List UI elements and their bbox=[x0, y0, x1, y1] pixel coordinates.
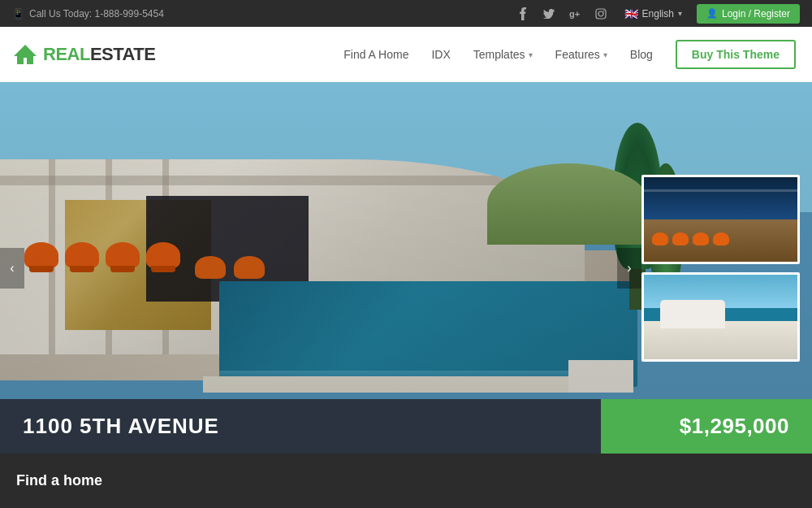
user-icon: 👤 bbox=[706, 8, 718, 19]
nav-templates[interactable]: Templates ▾ bbox=[473, 48, 533, 61]
svg-marker-3 bbox=[14, 45, 37, 64]
nav-find-home[interactable]: Find A Home bbox=[343, 48, 408, 61]
svg-point-1 bbox=[598, 11, 603, 16]
property-name: 1100 5TH AVENUE bbox=[0, 399, 601, 454]
templates-caret-icon: ▾ bbox=[529, 50, 533, 59]
svg-rect-0 bbox=[596, 9, 606, 19]
property-info-bar: 1100 5TH AVENUE $1,295,000 bbox=[0, 399, 812, 454]
slider-next-arrow[interactable]: › bbox=[617, 248, 641, 289]
phone-icon: 📱 bbox=[12, 8, 24, 20]
nav-blog[interactable]: Blog bbox=[630, 48, 653, 61]
language-label: English bbox=[642, 8, 674, 20]
slider-prev-arrow[interactable]: ‹ bbox=[0, 248, 24, 289]
instagram-icon[interactable] bbox=[592, 5, 610, 23]
hero-section: ‹ › bbox=[0, 82, 812, 454]
twitter-icon[interactable] bbox=[540, 5, 558, 23]
top-bar: 📱 Call Us Today: 1-888-999-5454 g+ bbox=[0, 0, 812, 27]
facebook-icon[interactable] bbox=[514, 5, 532, 23]
top-bar-left: 📱 Call Us Today: 1-888-999-5454 bbox=[12, 8, 164, 20]
hero-thumbnails bbox=[641, 175, 800, 362]
find-home-title: Find a home bbox=[16, 472, 102, 489]
buy-theme-button[interactable]: Buy This Theme bbox=[676, 40, 796, 69]
thumbnail-1[interactable] bbox=[641, 175, 800, 264]
googleplus-icon[interactable]: g+ bbox=[566, 5, 584, 23]
nav-idx[interactable]: IDX bbox=[431, 48, 450, 61]
thumbnail-2[interactable] bbox=[641, 272, 800, 362]
language-selector[interactable]: 🇬🇧 English ▾ bbox=[618, 7, 689, 20]
nav-links: Find A Home IDX Templates ▾ Features ▾ B… bbox=[343, 40, 796, 69]
chevron-down-icon: ▾ bbox=[678, 9, 682, 18]
svg-point-2 bbox=[603, 10, 604, 11]
flag-icon: 🇬🇧 bbox=[624, 7, 638, 20]
social-icons: g+ bbox=[514, 5, 610, 23]
phone-text: Call Us Today: 1-888-999-5454 bbox=[29, 8, 164, 20]
top-bar-right: g+ 🇬🇧 English ▾ 👤 Login / Register bbox=[514, 4, 800, 24]
main-nav: REALESTATE Find A Home IDX Templates ▾ F… bbox=[0, 27, 812, 82]
login-register-button[interactable]: 👤 Login / Register bbox=[697, 4, 800, 24]
features-caret-icon: ▾ bbox=[603, 50, 607, 59]
nav-features[interactable]: Features ▾ bbox=[555, 48, 607, 61]
logo-text: REALESTATE bbox=[43, 44, 155, 65]
logo[interactable]: REALESTATE bbox=[12, 43, 155, 66]
find-home-bar: Find a home bbox=[0, 454, 812, 508]
property-price: $1,295,000 bbox=[601, 399, 812, 454]
